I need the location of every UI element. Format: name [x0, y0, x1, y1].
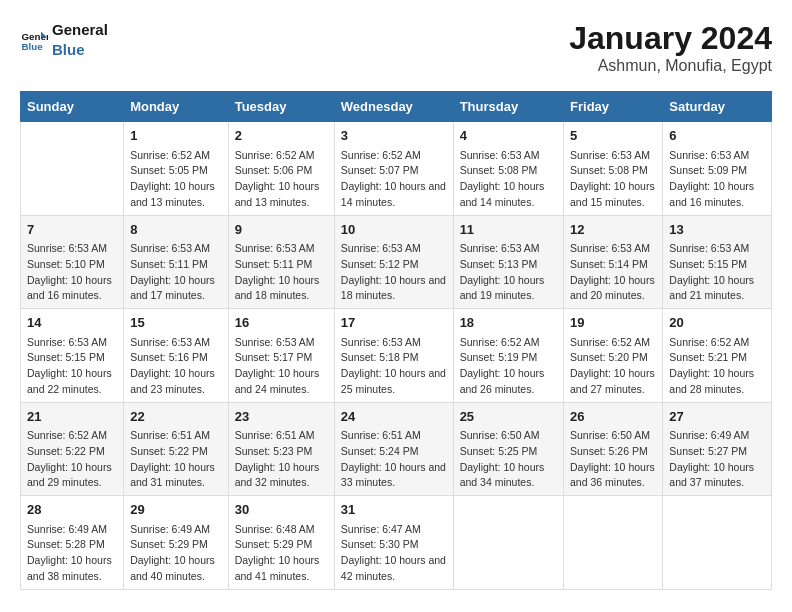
calendar-cell: 23Sunrise: 6:51 AMSunset: 5:23 PMDayligh…	[228, 402, 334, 496]
day-info: Sunrise: 6:53 AMSunset: 5:11 PMDaylight:…	[235, 241, 328, 304]
day-info: Sunrise: 6:53 AMSunset: 5:09 PMDaylight:…	[669, 148, 765, 211]
day-number: 4	[460, 126, 557, 146]
day-number: 7	[27, 220, 117, 240]
day-number: 16	[235, 313, 328, 333]
week-row-1: 1Sunrise: 6:52 AMSunset: 5:05 PMDaylight…	[21, 122, 772, 216]
calendar-cell: 19Sunrise: 6:52 AMSunset: 5:20 PMDayligh…	[564, 309, 663, 403]
header-day-saturday: Saturday	[663, 92, 772, 122]
day-number: 5	[570, 126, 656, 146]
calendar-cell: 31Sunrise: 6:47 AMSunset: 5:30 PMDayligh…	[334, 496, 453, 590]
header-day-wednesday: Wednesday	[334, 92, 453, 122]
calendar-cell: 21Sunrise: 6:52 AMSunset: 5:22 PMDayligh…	[21, 402, 124, 496]
day-number: 18	[460, 313, 557, 333]
day-info: Sunrise: 6:52 AMSunset: 5:06 PMDaylight:…	[235, 148, 328, 211]
day-number: 24	[341, 407, 447, 427]
calendar-cell: 6Sunrise: 6:53 AMSunset: 5:09 PMDaylight…	[663, 122, 772, 216]
logo: General Blue General Blue	[20, 20, 108, 59]
calendar-cell: 13Sunrise: 6:53 AMSunset: 5:15 PMDayligh…	[663, 215, 772, 309]
day-number: 29	[130, 500, 222, 520]
calendar-cell: 30Sunrise: 6:48 AMSunset: 5:29 PMDayligh…	[228, 496, 334, 590]
day-number: 25	[460, 407, 557, 427]
calendar-cell: 8Sunrise: 6:53 AMSunset: 5:11 PMDaylight…	[124, 215, 229, 309]
calendar-cell: 25Sunrise: 6:50 AMSunset: 5:25 PMDayligh…	[453, 402, 563, 496]
logo-text-line1: General	[52, 20, 108, 40]
calendar-cell: 14Sunrise: 6:53 AMSunset: 5:15 PMDayligh…	[21, 309, 124, 403]
day-number: 22	[130, 407, 222, 427]
logo-text-line2: Blue	[52, 40, 108, 60]
calendar-cell: 27Sunrise: 6:49 AMSunset: 5:27 PMDayligh…	[663, 402, 772, 496]
day-info: Sunrise: 6:53 AMSunset: 5:11 PMDaylight:…	[130, 241, 222, 304]
week-row-2: 7Sunrise: 6:53 AMSunset: 5:10 PMDaylight…	[21, 215, 772, 309]
day-info: Sunrise: 6:53 AMSunset: 5:15 PMDaylight:…	[27, 335, 117, 398]
calendar-cell: 9Sunrise: 6:53 AMSunset: 5:11 PMDaylight…	[228, 215, 334, 309]
calendar-table: SundayMondayTuesdayWednesdayThursdayFrid…	[20, 91, 772, 590]
day-number: 20	[669, 313, 765, 333]
day-number: 10	[341, 220, 447, 240]
calendar-cell: 12Sunrise: 6:53 AMSunset: 5:14 PMDayligh…	[564, 215, 663, 309]
day-info: Sunrise: 6:53 AMSunset: 5:12 PMDaylight:…	[341, 241, 447, 304]
day-number: 19	[570, 313, 656, 333]
calendar-cell: 22Sunrise: 6:51 AMSunset: 5:22 PMDayligh…	[124, 402, 229, 496]
day-info: Sunrise: 6:50 AMSunset: 5:26 PMDaylight:…	[570, 428, 656, 491]
day-info: Sunrise: 6:51 AMSunset: 5:23 PMDaylight:…	[235, 428, 328, 491]
calendar-cell: 2Sunrise: 6:52 AMSunset: 5:06 PMDaylight…	[228, 122, 334, 216]
day-number: 8	[130, 220, 222, 240]
calendar-cell	[564, 496, 663, 590]
calendar-cell: 20Sunrise: 6:52 AMSunset: 5:21 PMDayligh…	[663, 309, 772, 403]
day-info: Sunrise: 6:49 AMSunset: 5:28 PMDaylight:…	[27, 522, 117, 585]
day-info: Sunrise: 6:53 AMSunset: 5:10 PMDaylight:…	[27, 241, 117, 304]
calendar-cell: 5Sunrise: 6:53 AMSunset: 5:08 PMDaylight…	[564, 122, 663, 216]
calendar-cell	[21, 122, 124, 216]
day-info: Sunrise: 6:52 AMSunset: 5:22 PMDaylight:…	[27, 428, 117, 491]
day-info: Sunrise: 6:53 AMSunset: 5:18 PMDaylight:…	[341, 335, 447, 398]
calendar-cell: 1Sunrise: 6:52 AMSunset: 5:05 PMDaylight…	[124, 122, 229, 216]
day-number: 9	[235, 220, 328, 240]
day-info: Sunrise: 6:53 AMSunset: 5:14 PMDaylight:…	[570, 241, 656, 304]
header-row: SundayMondayTuesdayWednesdayThursdayFrid…	[21, 92, 772, 122]
calendar-cell	[453, 496, 563, 590]
day-number: 6	[669, 126, 765, 146]
day-number: 15	[130, 313, 222, 333]
logo-icon: General Blue	[20, 26, 48, 54]
week-row-4: 21Sunrise: 6:52 AMSunset: 5:22 PMDayligh…	[21, 402, 772, 496]
calendar-cell: 24Sunrise: 6:51 AMSunset: 5:24 PMDayligh…	[334, 402, 453, 496]
day-info: Sunrise: 6:49 AMSunset: 5:27 PMDaylight:…	[669, 428, 765, 491]
month-title: January 2024	[569, 20, 772, 57]
day-info: Sunrise: 6:47 AMSunset: 5:30 PMDaylight:…	[341, 522, 447, 585]
day-info: Sunrise: 6:49 AMSunset: 5:29 PMDaylight:…	[130, 522, 222, 585]
day-info: Sunrise: 6:53 AMSunset: 5:08 PMDaylight:…	[570, 148, 656, 211]
day-number: 3	[341, 126, 447, 146]
day-number: 26	[570, 407, 656, 427]
day-info: Sunrise: 6:53 AMSunset: 5:08 PMDaylight:…	[460, 148, 557, 211]
day-number: 2	[235, 126, 328, 146]
calendar-cell: 7Sunrise: 6:53 AMSunset: 5:10 PMDaylight…	[21, 215, 124, 309]
day-number: 27	[669, 407, 765, 427]
location-title: Ashmun, Monufia, Egypt	[569, 57, 772, 75]
day-number: 21	[27, 407, 117, 427]
day-number: 28	[27, 500, 117, 520]
day-number: 17	[341, 313, 447, 333]
calendar-cell: 11Sunrise: 6:53 AMSunset: 5:13 PMDayligh…	[453, 215, 563, 309]
day-info: Sunrise: 6:51 AMSunset: 5:24 PMDaylight:…	[341, 428, 447, 491]
calendar-cell: 17Sunrise: 6:53 AMSunset: 5:18 PMDayligh…	[334, 309, 453, 403]
calendar-cell: 29Sunrise: 6:49 AMSunset: 5:29 PMDayligh…	[124, 496, 229, 590]
day-info: Sunrise: 6:48 AMSunset: 5:29 PMDaylight:…	[235, 522, 328, 585]
day-number: 14	[27, 313, 117, 333]
day-number: 11	[460, 220, 557, 240]
calendar-cell: 18Sunrise: 6:52 AMSunset: 5:19 PMDayligh…	[453, 309, 563, 403]
header: General Blue General Blue January 2024 A…	[20, 20, 772, 75]
day-number: 12	[570, 220, 656, 240]
calendar-cell: 28Sunrise: 6:49 AMSunset: 5:28 PMDayligh…	[21, 496, 124, 590]
week-row-5: 28Sunrise: 6:49 AMSunset: 5:28 PMDayligh…	[21, 496, 772, 590]
header-day-thursday: Thursday	[453, 92, 563, 122]
day-number: 13	[669, 220, 765, 240]
day-number: 31	[341, 500, 447, 520]
day-info: Sunrise: 6:53 AMSunset: 5:16 PMDaylight:…	[130, 335, 222, 398]
calendar-cell: 15Sunrise: 6:53 AMSunset: 5:16 PMDayligh…	[124, 309, 229, 403]
day-number: 30	[235, 500, 328, 520]
day-info: Sunrise: 6:52 AMSunset: 5:05 PMDaylight:…	[130, 148, 222, 211]
calendar-cell: 16Sunrise: 6:53 AMSunset: 5:17 PMDayligh…	[228, 309, 334, 403]
day-info: Sunrise: 6:50 AMSunset: 5:25 PMDaylight:…	[460, 428, 557, 491]
day-info: Sunrise: 6:53 AMSunset: 5:17 PMDaylight:…	[235, 335, 328, 398]
title-area: January 2024 Ashmun, Monufia, Egypt	[569, 20, 772, 75]
